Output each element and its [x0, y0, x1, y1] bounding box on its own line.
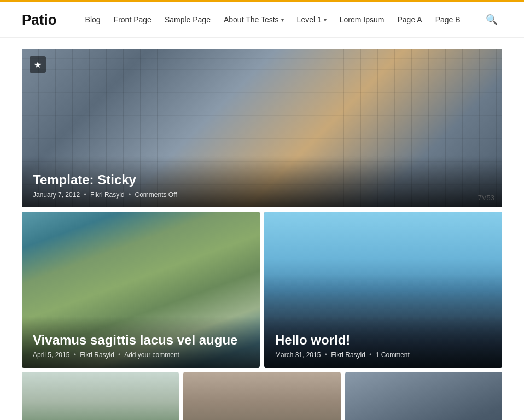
post-image-city2 [345, 372, 502, 420]
chevron-down-icon: ▾ [324, 17, 327, 23]
search-icon: 🔍 [486, 14, 498, 25]
nav-item-blog[interactable]: Blog [79, 15, 107, 24]
three-col-posts [22, 372, 502, 420]
post-3-date: March 31, 2015 [275, 351, 321, 359]
post-card-2[interactable]: Vivamus sagittis lacus vel augue April 5… [22, 212, 260, 368]
nav-item-page-a[interactable]: Page A [391, 15, 428, 24]
featured-post-date: January 7, 2012 [33, 191, 80, 199]
site-logo[interactable]: Patio [22, 11, 57, 28]
main-nav: Blog Front Page Sample Page About The Te… [79, 15, 481, 24]
nav-item-page-b[interactable]: Page B [429, 15, 467, 24]
post-3-overlay: Hello world! March 31, 2015 • Fikri Rasy… [264, 316, 502, 368]
post-2-author: Fikri Rasyid [80, 351, 114, 359]
featured-post-title: Template: Sticky [33, 172, 491, 188]
post-3-author: Fikri Rasyid [331, 351, 365, 359]
post-2-date: April 5, 2015 [33, 351, 69, 359]
post-card-3[interactable]: Hello world! March 31, 2015 • Fikri Rasy… [264, 212, 502, 368]
featured-post-card[interactable]: ★ 7V53 Template: Sticky January 7, 2012 … [22, 49, 502, 207]
post-3-meta: March 31, 2015 • Fikri Rasyid • 1 Commen… [275, 351, 491, 359]
two-col-posts: Vivamus sagittis lacus vel augue April 5… [22, 212, 502, 368]
chevron-down-icon: ▾ [281, 17, 284, 23]
nav-item-front-page[interactable]: Front Page [107, 15, 158, 24]
site-header: Patio Blog Front Page Sample Page About … [0, 2, 524, 38]
featured-post-overlay: Template: Sticky January 7, 2012 • Fikri… [22, 156, 502, 207]
featured-post-meta: January 7, 2012 • Fikri Rasyid • Comment… [33, 191, 491, 199]
star-icon: ★ [34, 60, 42, 70]
post-image-forest [22, 372, 179, 420]
main-content: ★ 7V53 Template: Sticky January 7, 2012 … [0, 38, 524, 420]
post-2-comments: Add your comment [124, 351, 179, 359]
nav-item-level-1[interactable]: Level 1 ▾ [290, 15, 333, 24]
post-image-rocks [183, 372, 340, 420]
post-3-comments: 1 Comment [376, 351, 410, 359]
post-card-4[interactable] [22, 372, 179, 420]
nav-item-sample-page[interactable]: Sample Page [158, 15, 217, 24]
sticky-badge: ★ [30, 56, 46, 73]
nav-item-about-the-tests[interactable]: About The Tests ▾ [217, 15, 290, 24]
post-2-overlay: Vivamus sagittis lacus vel augue April 5… [22, 316, 260, 368]
post-card-5[interactable] [183, 372, 340, 420]
post-2-title: Vivamus sagittis lacus vel augue [33, 332, 249, 348]
featured-post-comments: Comments Off [135, 191, 177, 199]
post-3-title: Hello world! [275, 332, 491, 348]
search-button[interactable]: 🔍 [481, 11, 502, 28]
post-card-6[interactable] [345, 372, 502, 420]
nav-item-lorem-ipsum[interactable]: Lorem Ipsum [333, 15, 391, 24]
post-2-meta: April 5, 2015 • Fikri Rasyid • Add your … [33, 351, 249, 359]
featured-post-author: Fikri Rasyid [90, 191, 125, 199]
